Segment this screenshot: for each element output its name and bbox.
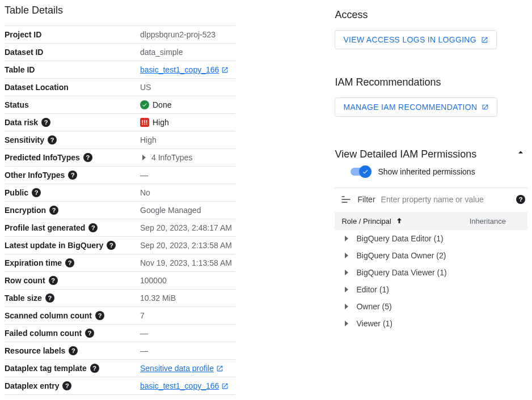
detail-value: Sep 20, 2023, 2:13:58 AM — [140, 241, 232, 250]
chevron-up-icon — [514, 146, 527, 159]
detail-label: Dataplex entry? — [5, 381, 140, 390]
detail-label: Row count? — [5, 276, 140, 285]
detail-row: Dataplex entry?basic_test1_copy_166 — [5, 377, 235, 395]
help-icon[interactable]: ? — [69, 346, 78, 355]
detail-label-text: Dataplex tag template — [5, 364, 87, 373]
expand-triangle-icon[interactable] — [345, 304, 348, 309]
help-icon[interactable]: ? — [65, 258, 74, 267]
open-in-new-icon — [482, 104, 489, 111]
check-circle-icon — [140, 100, 149, 109]
detail-value-link[interactable]: basic_test1_copy_166 — [140, 65, 229, 74]
detail-row: Other InfoTypes?— — [5, 166, 235, 184]
detail-value-text: — — [140, 329, 148, 338]
inherited-permissions-toggle[interactable] — [351, 168, 370, 176]
help-icon[interactable]: ? — [62, 381, 71, 390]
permission-role-row[interactable]: BigQuery Data Owner (2) — [335, 247, 527, 264]
manage-iam-rec-label: MANAGE IAM RECOMMENDATION — [343, 103, 477, 112]
detail-value: — — [140, 171, 148, 180]
link-text: basic_test1_copy_166 — [140, 381, 219, 390]
detail-label: Data risk? — [5, 118, 140, 127]
detail-row: Dataset IDdata_simple — [5, 43, 235, 61]
detail-value-text: Nov 19, 2023, 1:13:58 AM — [140, 258, 232, 267]
detail-row: Row count?100000 — [5, 271, 235, 289]
help-icon[interactable]: ? — [85, 329, 94, 338]
expand-triangle-icon[interactable] — [345, 253, 348, 258]
detail-value-text: 10.32 MiB — [140, 293, 176, 303]
detail-label-text: Dataset Location — [5, 83, 69, 92]
detail-value: — — [140, 329, 148, 338]
help-icon[interactable]: ? — [107, 241, 116, 250]
detail-row: Table IDbasic_test1_copy_166 — [5, 61, 235, 78]
expand-triangle-icon[interactable] — [345, 236, 348, 241]
inherited-permissions-toggle-row: Show inherited permissions — [351, 167, 527, 176]
detail-label-text: Dataplex entry — [5, 381, 59, 390]
help-icon[interactable]: ? — [32, 188, 41, 197]
detail-value: basic_test1_copy_166 — [140, 381, 229, 390]
detail-value-link[interactable]: basic_test1_copy_166 — [140, 381, 229, 390]
detail-value-text: data_simple — [140, 48, 183, 57]
help-icon[interactable]: ? — [45, 293, 54, 303]
expand-triangle-icon[interactable] — [345, 287, 348, 292]
detail-value: US — [140, 83, 151, 92]
detail-row: StatusDone — [5, 96, 235, 113]
open-in-new-icon — [221, 66, 229, 74]
iam-recommendations-section: IAM Recommendations MANAGE IAM RECOMMEND… — [335, 76, 527, 130]
help-icon[interactable]: ? — [49, 206, 58, 215]
detail-value: High — [140, 135, 157, 144]
help-icon[interactable]: ? — [68, 171, 77, 180]
filter-input[interactable] — [381, 195, 510, 204]
detail-value: 4 InfoTypes — [140, 153, 192, 162]
role-principal-column-header[interactable]: Role / Principal — [341, 216, 469, 225]
detail-label: Resource labels? — [5, 346, 140, 355]
expand-triangle-icon[interactable] — [142, 155, 146, 160]
permission-role-row[interactable]: BigQuery Data Viewer (1) — [335, 264, 527, 281]
detail-value: — — [140, 346, 148, 355]
detail-label-text: Status — [5, 100, 29, 109]
detail-row: Predicted InfoTypes?4 InfoTypes — [5, 148, 235, 166]
permission-role-row[interactable]: Editor (1) — [335, 281, 527, 298]
access-section: Access VIEW ACCESS LOGS IN LOGGING — [335, 9, 527, 63]
detail-value: basic_test1_copy_166 — [140, 65, 229, 74]
role-name: BigQuery Data Editor (1) — [356, 234, 443, 243]
permission-role-row[interactable]: Owner (5) — [335, 298, 527, 315]
expand-triangle-icon[interactable] — [345, 270, 348, 275]
detail-row: Expiration time?Nov 19, 2023, 1:13:58 AM — [5, 254, 235, 271]
help-icon[interactable]: ? — [88, 223, 98, 232]
permission-role-row[interactable]: Viewer (1) — [335, 315, 527, 332]
help-icon[interactable]: ? — [90, 364, 99, 373]
view-access-logs-button[interactable]: VIEW ACCESS LOGS IN LOGGING — [335, 30, 497, 49]
arrow-up-icon — [395, 216, 404, 225]
detail-value: Google Managed — [140, 206, 201, 215]
role-name: Owner (5) — [356, 302, 391, 311]
help-icon[interactable]: ? — [49, 276, 58, 285]
iam-permissions-header[interactable]: View Detailed IAM Permissions — [335, 144, 527, 160]
expand-triangle-icon[interactable] — [345, 321, 348, 326]
detail-row: Scanned column count?7 — [5, 307, 235, 324]
help-icon[interactable]: ? — [516, 195, 525, 204]
link-text: Sensitive data profile — [140, 364, 214, 373]
detail-value: Nov 19, 2023, 1:13:58 AM — [140, 258, 232, 267]
permission-role-row[interactable]: BigQuery Data Editor (1) — [335, 230, 527, 247]
detail-label-text: Latest update in BigQuery — [5, 241, 103, 250]
risk-high-icon: !!! — [140, 118, 149, 127]
detail-value-link[interactable]: Sensitive data profile — [140, 364, 223, 373]
inheritance-column-header[interactable]: Inheritance — [470, 217, 521, 225]
detail-row: Resource labels?— — [5, 342, 235, 359]
iam-perm-title: View Detailed IAM Permissions — [335, 148, 476, 160]
detail-value-text: dlppsbqrun2-proj-523 — [140, 30, 216, 39]
detail-label-text: Row count — [5, 276, 45, 285]
detail-value-text: 7 — [140, 311, 145, 320]
detail-label: Other InfoTypes? — [5, 171, 140, 180]
detail-label-text: Other InfoTypes — [5, 171, 65, 180]
help-icon[interactable]: ? — [83, 153, 92, 162]
help-icon[interactable]: ? — [48, 135, 57, 144]
detail-label-text: Table ID — [5, 65, 35, 74]
toggle-label: Show inherited permissions — [378, 167, 475, 176]
help-icon[interactable]: ? — [95, 311, 104, 320]
manage-iam-recommendation-button[interactable]: MANAGE IAM RECOMMENDATION — [335, 97, 497, 117]
detail-value-text: — — [140, 346, 148, 355]
detail-value: dlppsbqrun2-proj-523 — [140, 30, 216, 39]
detail-value-text: No — [140, 188, 150, 197]
detail-label: Dataset ID — [5, 48, 140, 57]
help-icon[interactable]: ? — [41, 118, 50, 127]
